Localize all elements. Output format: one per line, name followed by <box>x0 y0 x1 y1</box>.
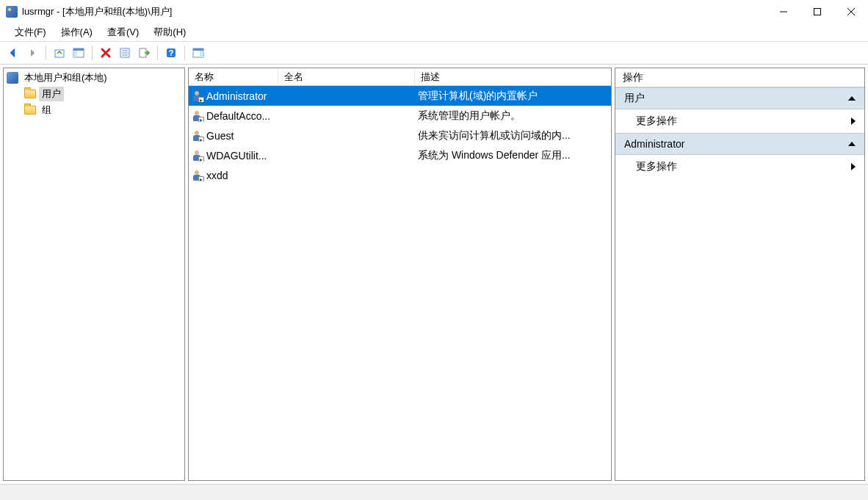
user-icon <box>192 110 203 122</box>
action-group-users-title: 用户 <box>624 92 645 105</box>
column-header-fullname[interactable]: 全名 <box>278 68 415 85</box>
toolbar: ? <box>0 41 868 65</box>
list-row[interactable]: Administrator管理计算机(域)的内置帐户 <box>189 86 611 106</box>
close-button[interactable] <box>834 0 868 23</box>
list-body: Administrator管理计算机(域)的内置帐户DefaultAcco...… <box>189 86 611 480</box>
list-row[interactable]: WDAGUtilit...系统为 Windows Defender 应用... <box>189 145 611 165</box>
up-button[interactable] <box>51 44 68 62</box>
tree-users-label: 用户 <box>39 87 64 101</box>
folder-icon <box>24 104 36 116</box>
cell-description: 系统管理的用户帐户。 <box>415 109 611 123</box>
menu-help[interactable]: 帮助(H) <box>146 23 193 41</box>
tree-root-label: 本地用户和组(本地) <box>21 70 110 85</box>
list-pane: 名称 全名 描述 Administrator管理计算机(域)的内置帐户Defau… <box>188 68 612 481</box>
help-button[interactable]: ? <box>162 44 180 62</box>
cell-description: 系统为 Windows Defender 应用... <box>415 149 611 162</box>
column-header-description[interactable]: 描述 <box>415 68 611 85</box>
minimize-button[interactable] <box>767 0 800 23</box>
titlebar: lusrmgr - [本地用户和组(本地)\用户] <box>0 0 868 23</box>
user-icon <box>192 150 203 162</box>
cell-name: xxdd <box>189 170 278 181</box>
toolbar-separator <box>184 46 185 60</box>
app-icon <box>6 6 18 18</box>
submenu-icon <box>851 163 856 170</box>
action-group-users[interactable]: 用户 <box>615 87 864 109</box>
list-row[interactable]: xxdd <box>189 165 611 185</box>
window-controls <box>767 0 868 23</box>
svg-rect-17 <box>200 51 203 57</box>
user-name-text: WDAGUtilit... <box>206 150 267 162</box>
cell-name: Guest <box>189 130 278 142</box>
folder-icon <box>24 88 36 100</box>
cell-name: Administrator <box>189 90 278 102</box>
delete-button[interactable] <box>97 44 115 62</box>
menu-view[interactable]: 查看(V) <box>100 23 146 41</box>
submenu-icon <box>851 117 856 125</box>
content-area: 本地用户和组(本地) 用户 组 名称 全名 描述 Administrator管理… <box>0 65 868 484</box>
tree-pane: 本地用户和组(本地) 用户 组 <box>3 68 185 481</box>
show-hide-actions-button[interactable] <box>189 44 207 62</box>
user-icon <box>192 170 203 181</box>
menu-file[interactable]: 文件(F) <box>7 23 54 41</box>
list-header: 名称 全名 描述 <box>189 68 611 86</box>
toolbar-separator <box>46 46 46 60</box>
forward-button[interactable] <box>23 44 41 62</box>
cell-name: WDAGUtilit... <box>189 150 278 162</box>
column-header-name[interactable]: 名称 <box>189 68 278 85</box>
user-icon <box>192 130 203 142</box>
action-more-users[interactable]: 更多操作 <box>615 109 864 133</box>
tree-root[interactable]: 本地用户和组(本地) <box>4 70 184 86</box>
show-hide-tree-button[interactable] <box>70 44 87 62</box>
action-more-users-label: 更多操作 <box>636 115 677 128</box>
action-more-administrator[interactable]: 更多操作 <box>615 155 864 178</box>
svg-rect-7 <box>73 51 77 57</box>
export-button[interactable] <box>135 44 153 62</box>
tree-node-groups[interactable]: 组 <box>4 102 184 118</box>
action-group-admin-title: Administrator <box>624 138 684 150</box>
action-more-admin-label: 更多操作 <box>636 160 677 173</box>
menubar: 文件(F) 操作(A) 查看(V) 帮助(H) <box>0 23 868 41</box>
root-icon <box>7 72 18 84</box>
collapse-icon <box>848 96 856 101</box>
svg-rect-16 <box>193 48 203 51</box>
menu-action[interactable]: 操作(A) <box>54 23 100 41</box>
maximize-button[interactable] <box>800 0 834 23</box>
actions-pane: 操作 用户 更多操作 Administrator 更多操作 <box>615 68 865 481</box>
svg-rect-6 <box>73 48 84 51</box>
svg-rect-1 <box>814 9 821 15</box>
action-group-administrator[interactable]: Administrator <box>615 133 864 155</box>
list-row[interactable]: Guest供来宾访问计算机或访问域的内... <box>189 126 611 145</box>
toolbar-separator <box>92 46 93 60</box>
user-name-text: DefaultAcco... <box>206 110 270 122</box>
tree-groups-label: 组 <box>39 103 54 117</box>
collapse-icon <box>848 142 856 146</box>
cell-name: DefaultAcco... <box>189 110 278 122</box>
cell-description: 管理计算机(域)的内置帐户 <box>415 90 611 103</box>
statusbar <box>0 484 868 500</box>
svg-text:?: ? <box>169 48 174 57</box>
tree: 本地用户和组(本地) 用户 组 <box>4 68 184 120</box>
list-row[interactable]: DefaultAcco...系统管理的用户帐户。 <box>189 106 611 126</box>
actions-pane-header: 操作 <box>615 68 864 87</box>
cell-description: 供来宾访问计算机或访问域的内... <box>415 129 611 142</box>
properties-button[interactable] <box>116 44 134 62</box>
tree-node-users[interactable]: 用户 <box>4 86 184 102</box>
toolbar-separator <box>157 46 158 60</box>
back-button[interactable] <box>4 44 22 62</box>
user-name-text: Guest <box>206 130 234 142</box>
window-title: lusrmgr - [本地用户和组(本地)\用户] <box>22 5 172 18</box>
user-name-text: Administrator <box>206 90 267 102</box>
user-icon <box>192 90 203 102</box>
user-name-text: xxdd <box>206 170 228 181</box>
